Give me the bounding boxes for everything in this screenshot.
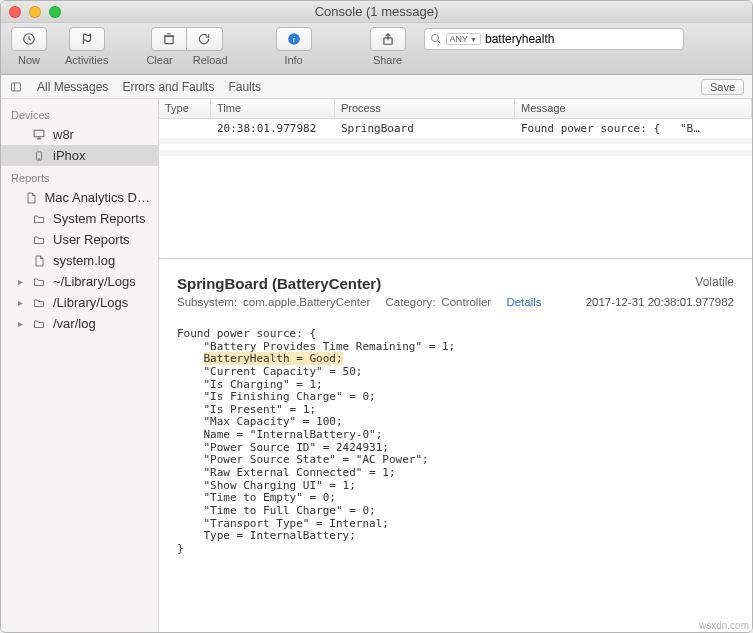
sidebar-item-label: iPhox: [53, 148, 86, 163]
clear-label: Clear: [146, 54, 172, 66]
sidebar-item-label: Mac Analytics D…: [45, 190, 150, 205]
sidebar-item-w8r[interactable]: w8r: [1, 124, 158, 145]
detail-title: SpringBoard (BatteryCenter): [177, 275, 734, 292]
sidebar-item-label: system.log: [53, 253, 115, 268]
col-process[interactable]: Process: [335, 99, 515, 118]
svg-rect-7: [34, 130, 44, 137]
sidebar-item[interactable]: Mac Analytics D…: [1, 187, 158, 208]
svg-rect-1: [165, 36, 173, 44]
watermark: wsxdn.com: [699, 620, 749, 631]
doc-icon: [31, 254, 47, 268]
sidebar-item[interactable]: System Reports: [1, 208, 158, 229]
sidebar-item-label: /Library/Logs: [53, 295, 128, 310]
clear-button[interactable]: [151, 27, 187, 51]
details-link[interactable]: Details: [506, 296, 541, 308]
activities-label: Activities: [65, 54, 108, 66]
col-type[interactable]: Type: [159, 99, 211, 118]
chevron-right-icon[interactable]: ▸: [15, 276, 25, 287]
volatile-label: Volatile: [695, 275, 734, 289]
filter-faults[interactable]: Faults: [228, 80, 261, 94]
monitor-icon: [31, 128, 47, 142]
folder-icon: [31, 212, 47, 226]
reports-header: Reports: [1, 166, 158, 187]
sidebar-item-iphox[interactable]: iPhox: [1, 145, 158, 166]
svg-rect-6: [12, 83, 21, 91]
sidebar-item[interactable]: ▸~/Library/Logs: [1, 271, 158, 292]
sidebar-item-label: User Reports: [53, 232, 130, 247]
activities-button[interactable]: [69, 27, 105, 51]
table-row: [159, 150, 752, 156]
titlebar: Console (1 message): [1, 1, 752, 23]
subsystem-value: com.apple.BatteryCenter: [243, 296, 370, 308]
search-scope[interactable]: ANY▼: [446, 33, 481, 45]
detail-pane: Volatile SpringBoard (BatteryCenter) 201…: [159, 259, 752, 633]
sidebar-item-label: ~/Library/Logs: [53, 274, 136, 289]
search-input[interactable]: ANY▼: [424, 28, 684, 50]
doc-icon: [23, 191, 39, 205]
info-label: Info: [284, 54, 302, 66]
log-body: Found power source: { "Battery Provides …: [177, 328, 734, 556]
sidebar-item[interactable]: ▸/var/log: [1, 313, 158, 334]
share-button[interactable]: [370, 27, 406, 51]
category-value: Controller: [441, 296, 491, 308]
folder-icon: [31, 275, 47, 289]
chevron-right-icon[interactable]: ▸: [15, 297, 25, 308]
subsystem-label: Subsystem:: [177, 296, 237, 308]
save-button[interactable]: Save: [701, 79, 744, 95]
sidebar: Devices w8riPhox Reports Mac Analytics D…: [1, 99, 159, 633]
folder-icon: [31, 317, 47, 331]
svg-point-5: [431, 35, 438, 42]
highlight: BatteryHealth = Good;: [204, 352, 343, 365]
filter-bar: All Messages Errors and Faults Faults Sa…: [1, 75, 752, 99]
toolbar: Now Activities ClearReload i Info Share …: [1, 23, 752, 75]
sidebar-item[interactable]: User Reports: [1, 229, 158, 250]
chevron-right-icon[interactable]: ▸: [15, 318, 25, 329]
sidebar-item-label: /var/log: [53, 316, 96, 331]
col-message[interactable]: Message: [515, 99, 752, 118]
reload-label: Reload: [193, 54, 228, 66]
sidebar-item[interactable]: system.log: [1, 250, 158, 271]
now-label: Now: [18, 54, 40, 66]
column-headers: Type Time Process Message: [159, 99, 752, 119]
filter-all[interactable]: All Messages: [37, 80, 108, 94]
filter-errors[interactable]: Errors and Faults: [122, 80, 214, 94]
category-label: Category:: [385, 296, 435, 308]
sidebar-item[interactable]: ▸/Library/Logs: [1, 292, 158, 313]
share-label: Share: [373, 54, 402, 66]
devices-header: Devices: [1, 103, 158, 124]
table-row[interactable]: 20:38:01.977982 SpringBoard Found power …: [159, 119, 752, 138]
sidebar-item-label: System Reports: [53, 211, 145, 226]
svg-point-9: [39, 158, 40, 159]
reload-button[interactable]: [187, 27, 223, 51]
now-button[interactable]: [11, 27, 47, 51]
window-title: Console (1 message): [1, 4, 752, 19]
sidebar-item-label: w8r: [53, 127, 74, 142]
folder-icon: [31, 296, 47, 310]
phone-icon: [31, 149, 47, 163]
col-time[interactable]: Time: [211, 99, 335, 118]
folder-icon: [31, 233, 47, 247]
detail-timestamp: 2017-12-31 20:38:01.977982: [586, 296, 734, 308]
info-button[interactable]: i: [276, 27, 312, 51]
search-field[interactable]: [485, 32, 678, 46]
log-table: 20:38:01.977982 SpringBoard Found power …: [159, 119, 752, 259]
search-icon: [430, 33, 442, 45]
sidebar-toggle-icon[interactable]: [9, 81, 23, 93]
